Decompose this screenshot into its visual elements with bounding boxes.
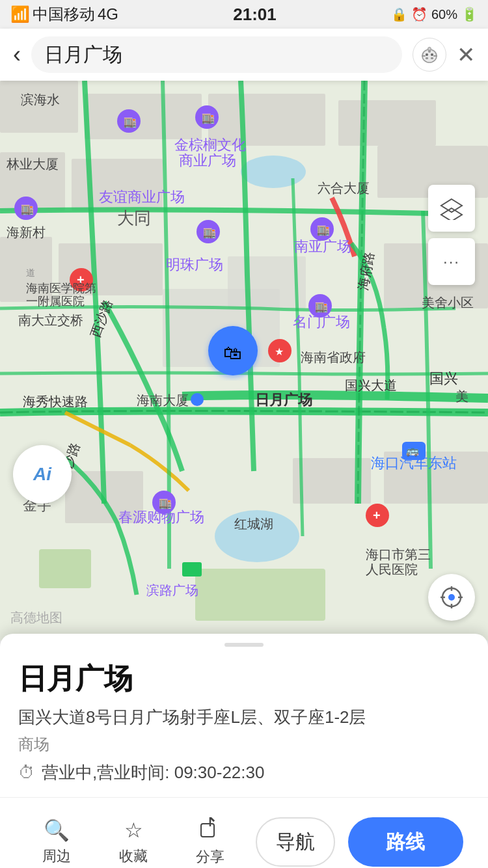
- search-query: 日月广场: [44, 42, 122, 68]
- svg-text:+: +: [373, 508, 381, 522]
- svg-text:🏬: 🏬: [159, 497, 172, 509]
- clock-icon: ⏱: [18, 763, 35, 783]
- hours-text: 营业中,营业时间: 09:30-22:30: [42, 761, 264, 784]
- svg-text:🏬: 🏬: [203, 226, 216, 239]
- network-type: 4G: [98, 5, 118, 23]
- lock-icon: 🔒: [391, 7, 407, 22]
- svg-text:日月广场: 日月广场: [255, 392, 312, 408]
- battery-icon: 🔋: [461, 7, 478, 22]
- svg-text:🏬: 🏬: [124, 116, 137, 128]
- svg-rect-27: [39, 549, 91, 588]
- route-button[interactable]: 路线: [348, 817, 463, 867]
- svg-text:🏬: 🏬: [317, 224, 330, 236]
- svg-rect-13: [85, 94, 202, 139]
- svg-rect-79: [182, 562, 202, 576]
- svg-text:美舍小区: 美舍小区: [422, 295, 474, 310]
- battery-text: 60%: [431, 7, 457, 22]
- svg-text:海秀快速路: 海秀快速路: [23, 394, 88, 409]
- svg-text:人民医院: 人民医院: [366, 562, 418, 576]
- svg-text:🛍: 🛍: [223, 343, 241, 363]
- svg-text:大同: 大同: [117, 208, 151, 228]
- svg-rect-15: [338, 100, 436, 146]
- status-right: 🔒 ⏰ 60% 🔋: [391, 7, 478, 22]
- svg-point-3: [426, 53, 428, 56]
- status-bar: 📶 中国移动 4G 21:01 🔒 ⏰ 60% 🔋: [0, 0, 488, 29]
- svg-text:海新村: 海新村: [7, 225, 46, 239]
- svg-text:红城湖: 红城湖: [234, 517, 273, 531]
- collect-button[interactable]: ☆ 收藏: [95, 811, 172, 868]
- svg-marker-89: [441, 199, 462, 212]
- svg-text:🏬: 🏬: [21, 203, 34, 215]
- svg-text:林业大厦: 林业大厦: [6, 157, 59, 171]
- bottom-sheet: 日月广场 国兴大道8号日月广场射手座L层、双子座1-2层 商场 ⏱ 营业中,营业…: [0, 634, 488, 868]
- location-button[interactable]: [428, 574, 475, 621]
- svg-point-87: [191, 393, 204, 406]
- svg-text:海南医学院第: 海南医学院第: [26, 282, 96, 295]
- svg-text:明珠广场: 明珠广场: [166, 256, 223, 273]
- svg-point-4: [431, 53, 433, 56]
- svg-text:友谊商业广场: 友谊商业广场: [99, 189, 185, 205]
- svg-text:金棕榈文化: 金棕榈文化: [174, 137, 246, 153]
- sheet-handle: [224, 643, 264, 647]
- svg-text:🏬: 🏬: [315, 301, 328, 313]
- svg-rect-97: [201, 824, 214, 837]
- collect-label: 收藏: [119, 847, 148, 866]
- share-button[interactable]: 分享: [172, 811, 249, 868]
- back-button[interactable]: ‹: [13, 41, 21, 68]
- alarm-icon: ⏰: [411, 7, 427, 22]
- svg-text:★: ★: [275, 346, 284, 357]
- signal-icon: 📶: [10, 5, 30, 23]
- svg-text:商业广场: 商业广场: [179, 152, 236, 169]
- svg-text:滨路广场: 滨路广场: [146, 583, 198, 597]
- carrier-text: 中国移动: [33, 4, 95, 25]
- svg-point-10: [241, 156, 306, 188]
- svg-rect-12: [0, 81, 78, 133]
- svg-text:道: 道: [26, 267, 35, 278]
- search-bar: ‹ 日月广场 ✕: [0, 29, 488, 81]
- svg-text:国兴: 国兴: [429, 370, 458, 387]
- nearby-button[interactable]: 🔍 周边: [18, 811, 95, 868]
- status-left: 📶 中国移动 4G: [10, 4, 118, 25]
- svg-text:一附属医院: 一附属医院: [26, 295, 85, 308]
- share-icon: [200, 817, 221, 843]
- search-icon: 🔍: [44, 818, 70, 843]
- place-address: 国兴大道8号日月广场射手座L层、双子座1-2层: [0, 706, 488, 729]
- svg-rect-28: [195, 569, 325, 621]
- svg-text:国兴大道: 国兴大道: [345, 378, 397, 392]
- svg-text:🚌: 🚌: [406, 444, 419, 457]
- svg-text:海南大厦: 海南大厦: [137, 393, 189, 407]
- svg-rect-2: [431, 57, 433, 59]
- svg-point-92: [448, 594, 455, 601]
- place-name: 日月广场: [0, 660, 488, 698]
- place-type: 商场: [0, 734, 488, 755]
- place-hours: ⏱ 营业中,营业时间: 09:30-22:30: [0, 761, 488, 784]
- close-search-button[interactable]: ✕: [457, 42, 475, 68]
- map-area[interactable]: 海秀快速路 南沙路 西沙路 国兴大道 国兴 海府路 林业大厦 海新村 大同 南大…: [0, 81, 488, 640]
- svg-text:高德地图: 高德地图: [10, 610, 62, 625]
- ai-assistant-button[interactable]: Ai: [13, 445, 72, 504]
- robot-assistant-button[interactable]: [413, 38, 446, 72]
- svg-text:六合大厦: 六合大厦: [318, 181, 370, 195]
- more-options-button[interactable]: ···: [428, 238, 475, 285]
- share-label: 分享: [196, 847, 224, 867]
- navigate-button[interactable]: 导航: [256, 817, 335, 867]
- layers-button[interactable]: [428, 185, 475, 232]
- svg-text:海南省政府: 海南省政府: [301, 350, 366, 364]
- svg-text:美: 美: [455, 389, 468, 403]
- svg-marker-90: [441, 208, 462, 220]
- nearby-label: 周边: [42, 847, 71, 866]
- svg-rect-1: [426, 57, 428, 59]
- svg-text:滨海水: 滨海水: [21, 92, 60, 107]
- bottom-actions: 🔍 周边 ☆ 收藏 分享 导航 路线: [0, 797, 488, 868]
- svg-text:🏬: 🏬: [202, 112, 215, 124]
- map-controls: ···: [428, 185, 475, 285]
- time-display: 21:01: [233, 5, 277, 25]
- star-icon: ☆: [124, 818, 143, 843]
- svg-text:海口市第三: 海口市第三: [366, 547, 431, 562]
- svg-point-6: [428, 47, 431, 51]
- svg-text:南大立交桥: 南大立交桥: [18, 313, 83, 327]
- search-input-container[interactable]: 日月广场: [31, 36, 402, 73]
